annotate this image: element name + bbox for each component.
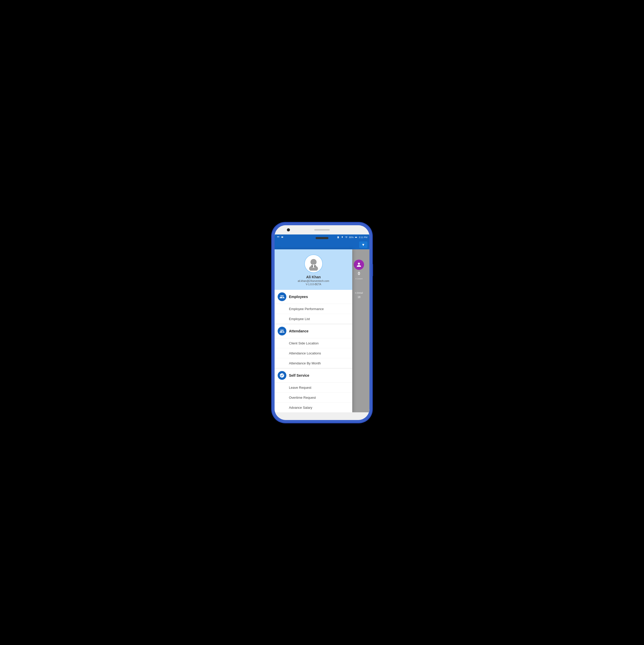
user-version: V-1.0.0-BETA [306,283,321,286]
employees-icon [278,292,286,301]
mute-icon [341,236,344,239]
attendance-icon [278,327,286,336]
employee-list-label: Employee List [289,317,310,321]
phone-top-hardware [275,225,369,234]
attendance-by-month-item[interactable]: Attendance By Month [275,358,352,368]
status-right-icons: 80% 3:11 PM [337,236,367,239]
bg-avatar [354,260,364,270]
drawer-menu: Employees Employee Performance Employee … [275,290,352,412]
attendance-section-header[interactable]: Attendance [275,324,352,338]
employee-list-item[interactable]: Employee List [275,314,352,324]
selfservice-icon [278,371,286,380]
overtime-request-item[interactable]: Overtime Request [275,393,352,403]
wifi-icon [345,236,348,239]
bg-person-icon [356,262,362,268]
attendance-locations-item[interactable]: Attendance Locations [275,348,352,358]
dropdown-button[interactable]: ▼ [359,241,367,248]
bg-detail-label: n Detail [355,292,363,294]
client-side-location-label: Client Side Location [289,341,319,345]
employee-performance-label: Employee Performance [289,307,324,311]
advance-salary-label: Advance Salary [289,406,312,410]
user-name: Ali Khan [306,275,321,279]
leave-request-item[interactable]: Leave Request [275,383,352,393]
svg-rect-2 [338,236,339,238]
phone-screen: 80% 3:11 PM ▼ 0 n Leave n Detail 1 [275,225,369,420]
time-display: 3:11 PM [359,236,367,239]
battery-percent: 80% [349,236,353,239]
attendance-section-title: Attendance [289,329,308,333]
drawer-profile: Ali Khan ali.khan@24seventech.com V-1.0.… [275,249,352,290]
advance-salary-item[interactable]: Advance Salary [275,403,352,412]
bg-leave-label: n Leave [355,277,362,280]
speaker-hardware [314,229,330,231]
phone-device: 80% 3:11 PM ▼ 0 n Leave n Detail 1 [272,223,372,423]
user-avatar [304,254,323,273]
overtime-request-label: Overtime Request [289,396,316,400]
employees-section-header[interactable]: Employees [275,290,352,304]
selfservice-section-header[interactable]: Self Service [275,369,352,383]
leave-request-label: Leave Request [289,386,311,390]
attendance-svg-icon [280,329,285,334]
attendance-section: Attendance Client Side Location Attendan… [275,324,352,369]
attendance-by-month-label: Attendance By Month [289,361,321,365]
app-header: ▼ [275,240,369,249]
svg-point-5 [310,259,317,265]
selfservice-section: Self Service Leave Request Overtime Requ… [275,369,352,412]
chat-icon [281,236,284,239]
employees-svg-icon [280,294,285,299]
sim-icon [337,236,340,239]
client-side-location-item[interactable]: Client Side Location [275,338,352,348]
selfservice-svg-icon [280,373,285,378]
earpiece-hardware [316,237,328,239]
bg-date: 18 [358,296,360,298]
svg-rect-1 [278,236,279,237]
battery-icon [354,236,358,239]
selfservice-section-title: Self Service [289,373,309,378]
svg-rect-7 [313,264,314,267]
dropdown-arrow-icon: ▼ [361,243,365,247]
notification-icon [277,236,280,239]
employees-section: Employees Employee Performance Employee … [275,290,352,324]
screen-content: ▼ 0 n Leave n Detail 18 [275,240,369,412]
phone-bottom-hardware [275,412,369,420]
svg-rect-0 [277,236,278,237]
svg-rect-4 [357,237,357,238]
camera-hardware [287,228,290,231]
user-email: ali.khan@24seventech.com [298,279,329,282]
nav-drawer: Ali Khan ali.khan@24seventech.com V-1.0.… [275,249,352,412]
bg-number: 0 [358,271,360,276]
svg-rect-3 [355,236,357,238]
avatar-image [307,257,320,271]
power-button-hardware [372,264,373,276]
employees-section-title: Employees [289,295,308,299]
employee-performance-item[interactable]: Employee Performance [275,304,352,314]
attendance-locations-label: Attendance Locations [289,351,321,355]
status-left-icons [277,236,284,239]
